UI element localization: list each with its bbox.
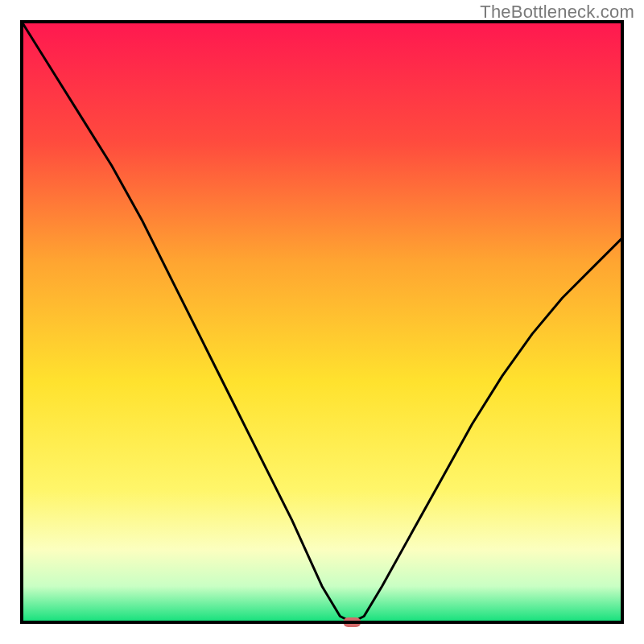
- chart-container: TheBottleneck.com: [0, 0, 644, 644]
- watermark-text: TheBottleneck.com: [480, 2, 634, 23]
- bottleneck-chart: [0, 0, 644, 644]
- plot-background: [22, 22, 622, 622]
